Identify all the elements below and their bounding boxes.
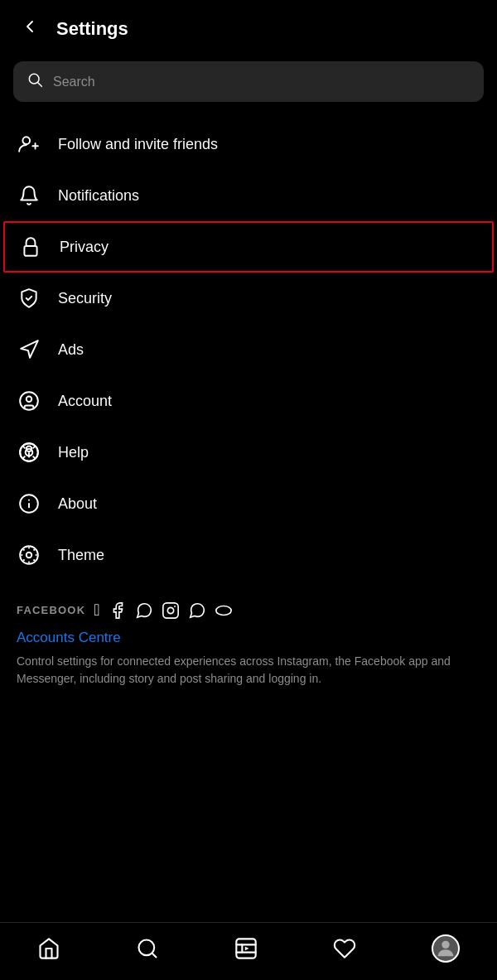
svg-point-31 <box>33 549 35 551</box>
menu-item-about[interactable]: About <box>0 478 497 529</box>
svg-point-24 <box>28 547 30 548</box>
svg-point-34 <box>174 606 176 607</box>
menu-label-privacy: Privacy <box>60 239 109 256</box>
messenger-icon <box>135 601 153 620</box>
theme-icon <box>17 544 41 566</box>
svg-point-25 <box>28 562 30 563</box>
menu-label-theme: Theme <box>58 547 104 564</box>
menu-item-ads[interactable]: Ads <box>0 324 497 375</box>
svg-point-7 <box>27 397 32 403</box>
svg-rect-32 <box>162 602 177 617</box>
menu-label-account: Account <box>58 393 112 410</box>
avatar <box>432 934 460 963</box>
svg-point-43 <box>442 940 449 948</box>
svg-point-29 <box>33 559 35 561</box>
megaphone-icon <box>17 339 41 360</box>
account-icon <box>17 390 41 412</box>
svg-point-6 <box>20 392 38 410</box>
svg-point-35 <box>215 606 230 615</box>
nav-home[interactable] <box>27 934 70 963</box>
lock-icon <box>18 236 43 258</box>
nav-likes[interactable] <box>323 934 366 963</box>
search-placeholder: Search <box>53 75 95 89</box>
svg-line-18 <box>33 446 36 448</box>
menu-label-about: About <box>58 495 97 513</box>
back-button[interactable] <box>17 13 43 45</box>
svg-line-1 <box>38 83 42 87</box>
menu-label-help: Help <box>58 444 89 461</box>
menu-item-follow[interactable]: Follow and invite friends <box>0 118 497 170</box>
bell-icon <box>17 185 41 206</box>
svg-line-15 <box>22 446 25 448</box>
bottom-navigation <box>0 922 497 980</box>
facebook-icon:  <box>94 601 99 620</box>
facebook-label-row: FACEBOOK  <box>17 601 480 620</box>
page-title: Settings <box>56 18 128 40</box>
svg-point-23 <box>27 553 32 558</box>
settings-menu: Follow and invite friends Notifications … <box>0 115 497 584</box>
svg-point-28 <box>23 549 25 551</box>
reels-icon <box>234 937 258 960</box>
menu-item-account[interactable]: Account <box>0 375 497 427</box>
svg-point-26 <box>21 554 22 556</box>
shield-icon <box>17 287 41 309</box>
nav-profile[interactable] <box>422 931 470 966</box>
menu-label-notifications: Notifications <box>58 187 139 205</box>
svg-marker-42 <box>245 946 249 950</box>
info-icon <box>17 493 41 514</box>
menu-item-help[interactable]: Help <box>0 427 497 478</box>
menu-label-security: Security <box>58 290 112 307</box>
heart-icon <box>333 937 356 960</box>
whatsapp-icon <box>188 601 206 620</box>
svg-line-16 <box>33 456 36 459</box>
nav-search[interactable] <box>126 934 169 963</box>
menu-label-ads: Ads <box>58 341 84 359</box>
svg-point-27 <box>36 554 37 556</box>
oculus-icon <box>215 601 233 620</box>
menu-item-privacy[interactable]: Privacy <box>3 221 494 273</box>
help-icon <box>17 442 41 463</box>
search-nav-icon <box>136 937 159 960</box>
svg-line-37 <box>152 953 157 957</box>
accounts-centre-link[interactable]: Accounts Centre <box>17 630 480 646</box>
search-bar[interactable]: Search <box>13 61 484 102</box>
facebook-section: FACEBOOK  <box>0 584 497 694</box>
home-icon <box>37 937 60 960</box>
fb-icons-row:  <box>94 601 232 620</box>
svg-line-17 <box>22 456 25 459</box>
header: Settings <box>0 0 497 55</box>
menu-label-follow: Follow and invite friends <box>58 136 218 153</box>
nav-reels[interactable] <box>224 934 268 963</box>
accounts-centre-description: Control settings for connected experienc… <box>17 653 480 688</box>
menu-item-notifications[interactable]: Notifications <box>0 170 497 221</box>
svg-rect-5 <box>24 246 36 256</box>
svg-point-14 <box>26 449 33 456</box>
svg-point-2 <box>22 137 30 144</box>
fb-facebook-icon <box>109 601 127 620</box>
svg-point-33 <box>167 607 173 613</box>
menu-item-theme[interactable]: Theme <box>0 529 497 581</box>
svg-point-30 <box>23 559 25 561</box>
follow-icon <box>17 133 41 155</box>
search-icon <box>27 71 43 92</box>
menu-item-security[interactable]: Security <box>0 273 497 324</box>
facebook-label: FACEBOOK <box>17 604 85 616</box>
instagram-icon <box>162 601 180 620</box>
